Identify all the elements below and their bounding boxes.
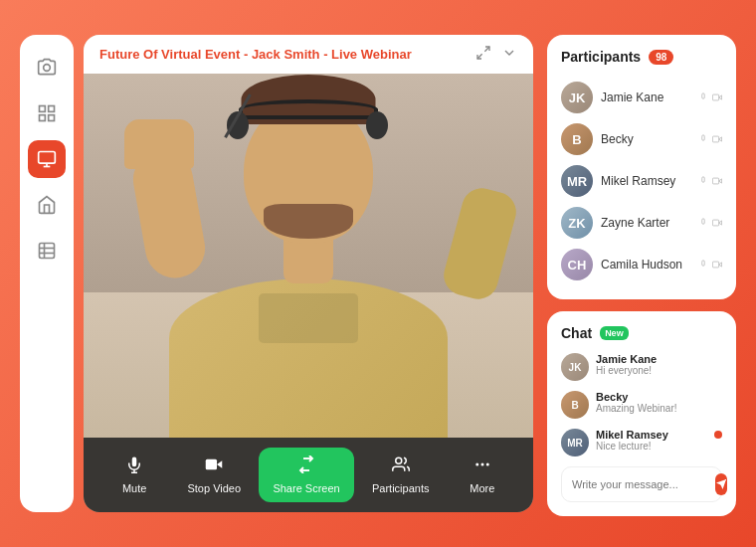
video-header: Future Of Virtual Event - Jack Smith - L… (84, 35, 533, 74)
avatar: CH (561, 249, 593, 280)
video-icon (205, 456, 223, 478)
svg-rect-1 (40, 106, 46, 112)
send-button[interactable] (715, 473, 727, 495)
svg-marker-32 (719, 263, 722, 267)
participant-icons (698, 176, 722, 186)
svg-rect-27 (712, 136, 718, 142)
svg-rect-5 (39, 152, 56, 164)
avatar: ZK (561, 207, 593, 239)
chat-panel: Chat New JK Jamie Kane Hi everyone! B Be… (547, 311, 736, 516)
avatar: B (561, 123, 593, 155)
expand-icon[interactable] (475, 45, 491, 64)
video-container: Future Of Virtual Event - Jack Smith - L… (84, 35, 533, 512)
participant-name: Camila Hudson (601, 258, 690, 272)
participant-item: B Becky (561, 118, 722, 160)
svg-point-0 (44, 65, 51, 72)
notification-dot (714, 431, 722, 439)
chat-message-text: Amazing Webinar! (596, 403, 722, 414)
mic-icon (125, 456, 143, 478)
sidebar-item-layout[interactable] (28, 94, 66, 132)
participants-header: Participants 98 (561, 49, 722, 65)
svg-rect-3 (49, 115, 55, 121)
avatar: MR (561, 429, 589, 456)
participant-name: Mikel Ramsey (601, 174, 690, 188)
video-controls: Mute Stop Video Share Screen (84, 438, 533, 512)
chat-message: MR Mikel Ramsey Nice lecture! (561, 429, 722, 456)
participant-name: Becky (601, 132, 690, 146)
sidebar-item-monitor[interactable] (28, 140, 66, 178)
chat-message: JK Jamie Kane Hi everyone! (561, 353, 722, 381)
avatar: B (561, 391, 589, 419)
chat-sender-name: Mikel Ramsey (596, 429, 707, 441)
chat-message-text: Nice lecture! (596, 441, 707, 452)
right-panel: Participants 98 JK Jamie Kane B Becky (547, 35, 736, 512)
chat-message-text: Hi everyone! (596, 365, 722, 376)
participant-item: JK Jamie Kane (561, 77, 722, 118)
svg-marker-16 (217, 460, 222, 468)
share-icon (297, 456, 315, 478)
svg-rect-2 (49, 106, 55, 112)
participants-badge: 98 (649, 50, 673, 65)
svg-point-22 (480, 463, 483, 466)
sidebar-item-camera[interactable] (28, 49, 66, 87)
participants-label: Participants (372, 482, 429, 494)
chevron-down-icon[interactable] (501, 45, 517, 64)
svg-line-13 (477, 54, 482, 59)
chat-input[interactable] (572, 478, 709, 490)
svg-point-21 (475, 463, 478, 466)
chat-sender-name: Jamie Kane (596, 353, 722, 365)
participant-name: Jamie Kane (601, 91, 690, 104)
mute-button[interactable]: Mute (99, 448, 169, 502)
more-button[interactable]: More (448, 448, 517, 502)
share-screen-button[interactable]: Share Screen (259, 448, 353, 502)
svg-rect-25 (712, 94, 718, 100)
more-icon (473, 456, 491, 478)
participant-item: CH Camila Hudson (561, 244, 722, 285)
chat-content: Mikel Ramsey Nice lecture! (596, 429, 707, 452)
participants-panel: Participants 98 JK Jamie Kane B Becky (547, 35, 736, 299)
chat-content: Jamie Kane Hi everyone! (596, 353, 722, 376)
participant-icons (698, 260, 722, 270)
participant-icons (698, 218, 722, 228)
app-container: Future Of Virtual Event - Jack Smith - L… (0, 0, 756, 547)
svg-point-20 (395, 457, 401, 463)
svg-rect-8 (40, 244, 55, 259)
share-screen-label: Share Screen (273, 482, 339, 494)
svg-rect-29 (712, 178, 718, 184)
svg-rect-31 (712, 220, 718, 226)
participants-button[interactable]: Participants (358, 448, 443, 502)
more-label: More (470, 482, 494, 494)
svg-rect-33 (712, 262, 718, 268)
video-feed (84, 74, 533, 438)
left-panel: Future Of Virtual Event - Jack Smith - L… (20, 35, 533, 512)
participant-name: Zayne Karter (601, 216, 690, 230)
svg-marker-26 (719, 137, 722, 141)
video-header-controls (475, 45, 517, 64)
chat-sender-name: Becky (596, 391, 722, 403)
chat-badge: New (600, 326, 629, 340)
sidebar-item-home[interactable] (28, 186, 66, 224)
svg-marker-30 (719, 221, 722, 225)
avatar: MR (561, 165, 593, 197)
stop-video-label: Stop Video (187, 482, 241, 494)
chat-title: Chat (561, 325, 592, 341)
chat-content: Becky Amazing Webinar! (596, 391, 722, 414)
svg-rect-4 (40, 115, 46, 121)
svg-marker-28 (719, 179, 722, 183)
svg-point-23 (486, 463, 489, 466)
participant-item: ZK Zayne Karter (561, 202, 722, 244)
sidebar (20, 35, 74, 512)
participants-icon (392, 456, 410, 478)
video-title: Future Of Virtual Event - Jack Smith - L… (99, 47, 412, 62)
participant-item: MR Mikel Ramsey (561, 160, 722, 202)
participant-icons (698, 92, 722, 102)
avatar: JK (561, 353, 589, 381)
chat-message: B Becky Amazing Webinar! (561, 391, 722, 419)
participants-title: Participants (561, 49, 641, 65)
svg-line-12 (484, 47, 489, 52)
svg-rect-17 (206, 459, 217, 470)
sidebar-item-table[interactable] (28, 232, 66, 270)
stop-video-button[interactable]: Stop Video (173, 448, 255, 502)
mute-label: Mute (122, 482, 146, 494)
chat-header: Chat New (561, 325, 722, 341)
